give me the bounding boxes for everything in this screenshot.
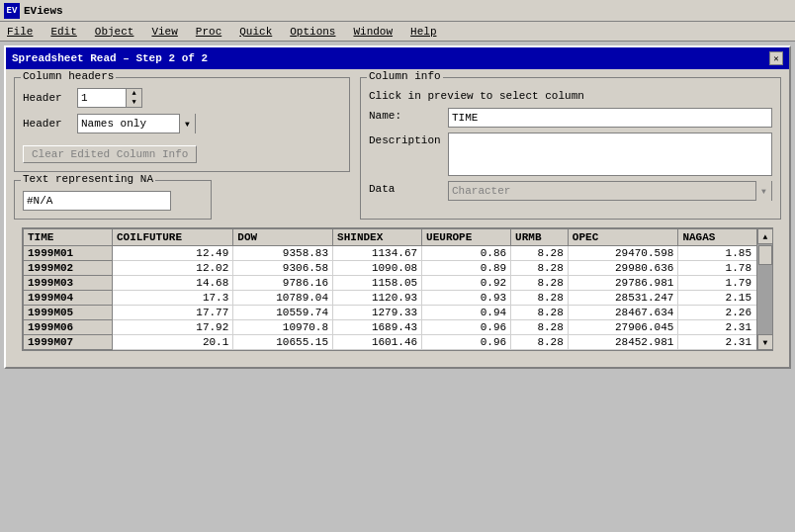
table-cell[interactable]: 0.93 bbox=[422, 291, 511, 306]
dialog-title: Spreadsheet Read – Step 2 of 2 bbox=[12, 52, 208, 64]
data-type-dropdown[interactable]: Character ▼ bbox=[448, 181, 772, 201]
table-header-row: TIMECOILFUTUREDOWSHINDEXUEUROPEURMBOPECN… bbox=[24, 229, 772, 246]
table-cell[interactable]: 8.28 bbox=[511, 306, 569, 320]
table-cell[interactable]: 1601.46 bbox=[333, 335, 422, 350]
data-type-arrow-icon[interactable]: ▼ bbox=[755, 181, 771, 201]
table-cell[interactable]: 1120.93 bbox=[333, 291, 422, 306]
menu-item-object[interactable]: Object bbox=[92, 25, 137, 39]
table-cell[interactable]: 1134.67 bbox=[333, 246, 422, 261]
dialog-close-button[interactable]: ✕ bbox=[769, 51, 783, 65]
table-cell[interactable]: 8.28 bbox=[511, 335, 569, 350]
table-cell[interactable]: 1279.33 bbox=[333, 306, 422, 320]
table-cell[interactable]: 8.28 bbox=[511, 320, 569, 335]
table-cell[interactable]: 1999M05 bbox=[24, 306, 113, 320]
table-cell[interactable]: 29470.598 bbox=[568, 246, 678, 261]
col-header-ueurope[interactable]: UEUROPE bbox=[422, 229, 511, 246]
column-info-title: Column info bbox=[367, 70, 443, 82]
table-cell[interactable]: 1090.08 bbox=[333, 261, 422, 276]
table-cell[interactable]: 8.28 bbox=[511, 291, 569, 306]
scroll-thumb[interactable] bbox=[758, 245, 772, 265]
header2-dropdown-value: Names only bbox=[78, 117, 179, 131]
table-cell[interactable]: 9786.16 bbox=[233, 276, 333, 291]
menu-item-window[interactable]: Window bbox=[350, 25, 396, 39]
table-cell[interactable]: 10559.74 bbox=[233, 306, 333, 320]
table-cell[interactable]: 1689.43 bbox=[333, 320, 422, 335]
menu-item-edit[interactable]: Edit bbox=[47, 25, 79, 39]
table-cell[interactable]: 1999M07 bbox=[24, 335, 113, 350]
table-cell[interactable]: 0.89 bbox=[422, 261, 511, 276]
menu-item-view[interactable]: View bbox=[148, 25, 180, 39]
table-cell[interactable]: 28531.247 bbox=[568, 291, 678, 306]
main-dialog: Spreadsheet Read – Step 2 of 2 ✕ Column … bbox=[4, 45, 791, 369]
table-cell[interactable]: 1999M01 bbox=[24, 246, 113, 261]
table-cell[interactable]: 0.94 bbox=[422, 306, 511, 320]
scroll-down-button[interactable]: ▼ bbox=[757, 334, 772, 350]
table-cell[interactable]: 0.96 bbox=[422, 320, 511, 335]
table-cell[interactable]: 12.02 bbox=[113, 261, 233, 276]
col-header-time[interactable]: TIME bbox=[24, 229, 113, 246]
table-cell[interactable]: 29786.981 bbox=[568, 276, 678, 291]
header1-spin-buttons[interactable]: ▲ ▼ bbox=[127, 88, 142, 108]
menu-bar: FileEditObjectViewProcQuickOptionsWindow… bbox=[0, 22, 795, 42]
table-row: 1999M0617.9210970.81689.430.968.2827906.… bbox=[24, 320, 772, 335]
header2-dropdown[interactable]: Names only ▼ bbox=[77, 114, 196, 133]
dialog-content: Column headers Header ▲ ▼ Header bbox=[6, 69, 789, 367]
table-cell[interactable]: 14.68 bbox=[113, 276, 233, 291]
spin-up-icon[interactable]: ▲ bbox=[127, 89, 141, 98]
table-row: 1999M0417.310789.041120.930.938.2828531.… bbox=[24, 291, 772, 306]
table-cell[interactable]: 0.86 bbox=[422, 246, 511, 261]
header2-dropdown-arrow[interactable]: ▼ bbox=[179, 114, 195, 133]
right-panel: Column info Click in preview to select c… bbox=[360, 77, 781, 220]
table-cell[interactable]: 1158.05 bbox=[333, 276, 422, 291]
table-cell[interactable]: 17.77 bbox=[113, 306, 233, 320]
table-cell[interactable]: 1999M04 bbox=[24, 291, 113, 306]
table-cell[interactable]: 29980.636 bbox=[568, 261, 678, 276]
table-cell[interactable]: 12.49 bbox=[113, 246, 233, 261]
description-label: Description bbox=[369, 133, 448, 146]
table-cell[interactable]: 27906.045 bbox=[568, 320, 678, 335]
table-cell[interactable]: 10970.8 bbox=[233, 320, 333, 335]
data-table: TIMECOILFUTUREDOWSHINDEXUEUROPEURMBOPECN… bbox=[23, 228, 772, 350]
table-cell[interactable]: 8.28 bbox=[511, 276, 569, 291]
col-header-coilfuture[interactable]: COILFUTURE bbox=[113, 229, 233, 246]
table-cell[interactable]: 10789.04 bbox=[233, 291, 333, 306]
table-cell[interactable]: 9306.58 bbox=[233, 261, 333, 276]
header1-row: Header ▲ ▼ bbox=[23, 88, 341, 108]
header1-input[interactable] bbox=[77, 88, 127, 108]
table-cell[interactable]: 28467.634 bbox=[568, 306, 678, 320]
description-textarea[interactable] bbox=[448, 133, 772, 176]
table-cell[interactable]: 0.96 bbox=[422, 335, 511, 350]
table-row: 1999M0314.689786.161158.050.928.2829786.… bbox=[24, 276, 772, 291]
menu-item-help[interactable]: Help bbox=[407, 25, 439, 39]
table-cell[interactable]: 17.92 bbox=[113, 320, 233, 335]
vertical-scrollbar[interactable]: ▲ ▼ bbox=[756, 228, 772, 350]
na-input[interactable] bbox=[23, 191, 171, 211]
app-title: EViews bbox=[24, 5, 63, 17]
table-cell[interactable]: 1999M06 bbox=[24, 320, 113, 335]
table-row: 1999M0212.029306.581090.080.898.2829980.… bbox=[24, 261, 772, 276]
table-cell[interactable]: 9358.83 bbox=[233, 246, 333, 261]
col-header-urmb[interactable]: URMB bbox=[511, 229, 569, 246]
col-header-dow[interactable]: DOW bbox=[233, 229, 333, 246]
menu-item-proc[interactable]: Proc bbox=[193, 25, 224, 39]
col-header-opec[interactable]: OPEC bbox=[568, 229, 678, 246]
menu-item-file[interactable]: File bbox=[4, 25, 36, 39]
table-cell[interactable]: 20.1 bbox=[113, 335, 233, 350]
clear-edited-column-info-button[interactable]: Clear Edited Column Info bbox=[23, 145, 197, 163]
table-cell[interactable]: 0.92 bbox=[422, 276, 511, 291]
table-cell[interactable]: 17.3 bbox=[113, 291, 233, 306]
col-header-shindex[interactable]: SHINDEX bbox=[333, 229, 422, 246]
menu-item-quick[interactable]: Quick bbox=[236, 25, 275, 39]
header1-spinner[interactable]: ▲ ▼ bbox=[77, 88, 142, 108]
menu-item-options[interactable]: Options bbox=[287, 25, 338, 39]
spin-down-icon[interactable]: ▼ bbox=[127, 98, 141, 107]
table-cell[interactable]: 1999M03 bbox=[24, 276, 113, 291]
table-cell[interactable]: 8.28 bbox=[511, 261, 569, 276]
table-cell[interactable]: 1999M02 bbox=[24, 261, 113, 276]
scroll-up-button[interactable]: ▲ bbox=[757, 228, 772, 244]
table-cell[interactable]: 28452.981 bbox=[568, 335, 678, 350]
table-cell[interactable]: 8.28 bbox=[511, 246, 569, 261]
app-icon: EV bbox=[4, 3, 20, 19]
table-cell[interactable]: 10655.15 bbox=[233, 335, 333, 350]
name-input[interactable] bbox=[448, 108, 772, 128]
